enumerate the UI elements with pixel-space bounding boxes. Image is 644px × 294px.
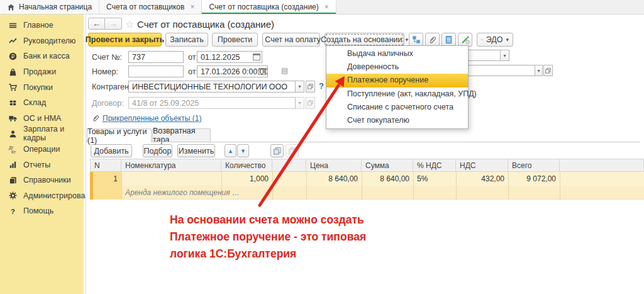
sidebar-item-label: Главное — [23, 21, 53, 30]
col-header-n[interactable]: N — [90, 159, 121, 172]
invoice-for-payment-button[interactable]: Счет на оплату — [262, 33, 320, 47]
post-and-close-label: Провести и закрыть — [86, 35, 164, 44]
sidebar-item-sales[interactable]: Продажи — [0, 64, 84, 80]
create-based-on-button[interactable]: Создать на основании ▾ — [325, 33, 404, 47]
menu-item-payment-order[interactable]: Платежное поручение — [326, 74, 468, 87]
structure-links-button[interactable] — [409, 33, 423, 47]
sidebar-item-administration[interactable]: Администрирование — [0, 188, 84, 204]
move-up-button[interactable]: ▲ — [225, 144, 236, 157]
contract-field[interactable]: 41/8 от 25.09.2025 — [128, 97, 296, 109]
right-field-2-dropdown-button[interactable]: ▾ — [535, 65, 543, 76]
sidebar-item-main[interactable]: Главное — [0, 18, 84, 33]
question-icon: ? — [8, 206, 18, 216]
edit-label: Изменить — [179, 147, 214, 155]
sidebar-item-reports[interactable]: Отчеты — [0, 157, 84, 172]
pick-button[interactable]: Подбор — [143, 144, 172, 157]
col-header-quantity[interactable]: Количество — [221, 159, 272, 172]
post-button[interactable]: Провести — [212, 33, 258, 47]
structure-icon — [412, 35, 421, 44]
menu-item-cash-withdrawal[interactable]: Выдача наличных — [326, 47, 468, 60]
col-header-nomenclature[interactable]: Номенклатура — [121, 159, 221, 172]
col-header-extra[interactable] — [560, 159, 644, 172]
counterparty-open-button[interactable] — [306, 81, 315, 93]
back-button[interactable]: ← — [88, 18, 105, 30]
col-header-unit[interactable] — [272, 159, 306, 172]
cell-nomenclature[interactable]: Аренда нежилого помещения … — [125, 188, 240, 197]
copy-rows-button[interactable] — [270, 144, 284, 157]
arrow-down-icon: ▼ — [240, 148, 246, 154]
tab-supplier-invoices[interactable]: Счета от поставщиков × — [99, 0, 202, 14]
cell-sum[interactable]: 8 640,00 — [362, 174, 409, 183]
col-header-price[interactable]: Цена — [306, 159, 362, 172]
attachments-button[interactable] — [425, 33, 440, 47]
col-header-vat-percent[interactable]: % НДС — [413, 159, 456, 172]
paste-rows-button[interactable] — [286, 144, 299, 157]
edit-button[interactable]: Изменить — [177, 144, 215, 157]
cell-total[interactable]: 9 072,00 — [508, 174, 556, 183]
invoice-for-payment-label: Счет на оплату — [265, 35, 320, 44]
column-divider — [121, 172, 122, 200]
sidebar-item-bank-cash[interactable]: ₽ Банк и касса — [0, 48, 84, 64]
tab-home[interactable]: Начальная страница — [0, 0, 99, 14]
report-button[interactable] — [441, 33, 456, 47]
post-and-close-button[interactable]: Провести и закрыть — [88, 33, 162, 47]
doc-date-field[interactable]: 17.01.2026 0:00:00 — [197, 65, 268, 77]
col-header-total[interactable]: Всего — [508, 159, 560, 172]
menu-item-receipt[interactable]: Поступление (акт, накладная, УПД) — [326, 88, 468, 101]
bag-icon — [8, 67, 18, 77]
books-icon — [8, 176, 18, 185]
cell-price[interactable]: 8 640,00 — [306, 174, 358, 183]
cell-row-number[interactable]: 1 — [90, 174, 118, 183]
cell-vat[interactable]: 432,00 — [456, 174, 504, 183]
number-field[interactable] — [128, 65, 184, 77]
add-row-label: Добавить — [94, 147, 128, 155]
create-based-on-menu: Выдача наличных Доверенность Платежное п… — [326, 45, 469, 129]
list-icon[interactable]: ▤ — [281, 66, 288, 75]
add-row-button[interactable]: Добавить — [91, 144, 132, 157]
favorite-star-icon[interactable]: ☆ — [125, 18, 134, 30]
sidebar-item-label: Отчеты — [23, 161, 50, 169]
edit-schedule-button[interactable] — [458, 33, 472, 47]
attachments-link[interactable]: Прикрепленные объекты (1) — [103, 114, 202, 123]
right-field-2-open-button[interactable] — [543, 65, 553, 76]
chevron-down-icon: ▾ — [406, 37, 409, 43]
invoice-no-field[interactable]: 737 — [128, 51, 184, 63]
menu-item-power-of-attorney[interactable]: Доверенность — [326, 60, 468, 74]
calendar-icon[interactable] — [258, 67, 266, 75]
close-icon[interactable]: × — [325, 3, 329, 11]
sidebar-item-salary-hr[interactable]: Зарплата и кадры — [0, 126, 84, 142]
sidebar-item-warehouse[interactable]: Склад — [0, 95, 84, 111]
move-down-button[interactable]: ▼ — [237, 144, 249, 157]
sidebar-item-manager[interactable]: Руководителю — [0, 33, 84, 49]
sidebar-item-help[interactable]: ? Помощь — [0, 203, 84, 219]
cell-quantity[interactable]: 1,000 — [221, 174, 269, 183]
svg-text:?: ? — [11, 208, 15, 215]
calendar-icon[interactable] — [253, 53, 260, 60]
tab-home-label: Начальная страница — [19, 3, 92, 11]
tab-goods-services[interactable]: Товары и услуги (1) — [87, 128, 152, 142]
sidebar-item-fixed-assets[interactable]: ОС и НМА — [0, 111, 84, 127]
col-header-vat[interactable]: НДС — [456, 159, 508, 172]
sidebar-item-purchases[interactable]: Покупки — [0, 79, 84, 95]
contract-open-button[interactable] — [306, 97, 315, 109]
menu-item-bank-debit[interactable]: Списание с расчетного счета — [326, 101, 468, 114]
save-button[interactable]: Записать — [165, 33, 208, 47]
right-field-1-dropdown-button[interactable]: ▾ — [500, 50, 509, 61]
cell-vat-percent[interactable]: 5% — [417, 174, 452, 183]
tab-returnable-packaging[interactable]: Возвратная тара — [152, 128, 211, 142]
edo-button[interactable]: ЭДО ▾ — [477, 33, 513, 47]
sidebar-item-directories[interactable]: Справочники — [0, 172, 84, 188]
close-icon[interactable]: × — [190, 3, 194, 11]
counterparty-dropdown-button[interactable]: ▾ — [295, 81, 304, 93]
forward-button[interactable]: → — [105, 18, 122, 30]
chevron-down-icon: ▾ — [537, 68, 540, 74]
tab-supplier-invoice-new[interactable]: Счет от поставщика (создание) × — [202, 0, 336, 14]
contract-dropdown-button[interactable]: ▾ — [295, 97, 304, 109]
tab-supplier-invoices-label: Счета от поставщиков — [106, 3, 184, 11]
help-icon[interactable]: ? — [319, 81, 324, 91]
sidebar-item-operations[interactable]: ДтКт Операции — [0, 142, 84, 157]
col-header-sum[interactable]: Сумма — [362, 159, 413, 172]
counterparty-field[interactable]: ИНВЕСТИЦИОННЫЕ ТЕХНОЛОГИИ ООО — [128, 81, 296, 93]
menu-item-buyer-invoice[interactable]: Счет покупателю — [326, 114, 468, 127]
sidebar: Главное Руководителю ₽ Банк и касса Прод… — [0, 14, 84, 294]
